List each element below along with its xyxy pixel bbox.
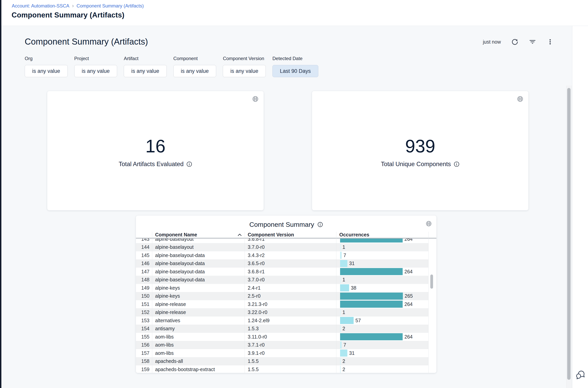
filter-group: Artifact is any value <box>124 56 167 77</box>
kebab-menu-icon[interactable] <box>546 38 554 46</box>
component-name-cell: alpine-release <box>152 301 245 307</box>
component-name-cell: alpine-keys <box>152 285 245 291</box>
filter-group: Org is any value <box>25 56 68 77</box>
dashboard-toolbar: just now <box>483 38 554 46</box>
filter-value-button[interactable]: is any value <box>74 65 117 77</box>
occurrence-value: 264 <box>404 334 413 340</box>
chat-support-icon[interactable] <box>574 369 587 381</box>
tile-label: Total Unique Components <box>312 161 528 168</box>
dashboard-scrollbar-thumb[interactable] <box>567 88 570 380</box>
filter-label: Project <box>74 56 117 61</box>
component-version-cell: 3.7.1-r0 <box>245 342 336 348</box>
table-row[interactable]: 157 aom-libs 3.9.1-r0 31 <box>136 349 428 357</box>
occurrence-value: 2 <box>343 358 345 364</box>
column-header-component-name[interactable]: Component Name <box>152 232 245 238</box>
globe-icon[interactable] <box>425 220 432 227</box>
occurrence-value: 1 <box>343 244 345 250</box>
occurrences-cell: 7 <box>336 251 428 260</box>
table-row[interactable]: 143 alpine-baselayout 3.6.8-r1 264 <box>136 239 428 243</box>
occurrences-cell: 264 <box>336 239 428 243</box>
occurrences-cell: 1 <box>336 308 428 316</box>
info-icon[interactable] <box>317 222 323 227</box>
occurrences-cell: 265 <box>336 292 428 300</box>
table-row[interactable]: 154 antisamy 1.5.3 2 <box>136 325 428 333</box>
occurrence-value: 31 <box>349 350 355 356</box>
column-header-occurrences[interactable]: Occurrences <box>336 232 428 238</box>
table-scrollbar-thumb[interactable] <box>430 274 433 289</box>
occurrence-bar <box>340 260 347 267</box>
occurrence-bar <box>340 292 403 300</box>
tile-label-text: Total Artifacts Evaluated <box>119 161 184 168</box>
occurrences-cell: 2 <box>336 325 428 333</box>
filter-group: Component Version is any value <box>223 56 266 77</box>
row-number-cell: 145 <box>136 252 152 258</box>
filter-value-button[interactable]: is any value <box>25 65 68 77</box>
breadcrumb-current-link[interactable]: Component Summary (Artifacts) <box>76 3 144 9</box>
filter-icon[interactable] <box>529 38 536 46</box>
occurrences-cell: 1 <box>336 243 428 251</box>
filter-value-button[interactable]: Last 90 Days <box>272 65 318 77</box>
component-name-cell: alpine-baselayout-data <box>152 277 245 283</box>
component-version-cell: 1.24-2.el9 <box>245 318 336 323</box>
column-header-component-version[interactable]: Component Version <box>245 232 336 238</box>
table-row[interactable]: 152 alpine-release 3.22.0-r0 1 <box>136 308 428 316</box>
occurrence-value: 264 <box>404 239 413 242</box>
occurrence-bar <box>340 341 342 349</box>
component-name-cell: aom-libs <box>152 342 245 348</box>
page-header: Account: Automation-SSCA › Component Sum… <box>1 0 588 26</box>
occurrence-value: 264 <box>404 269 413 274</box>
component-summary-table-card: Component Summary Component Name <box>136 216 436 373</box>
occurrence-bar <box>340 317 354 324</box>
table-row[interactable]: 155 aom-libs 3.11.0-r0 264 <box>136 333 428 341</box>
breadcrumb-account-link[interactable]: Account: Automation-SSCA <box>12 3 69 9</box>
occurrence-value: 264 <box>404 301 413 307</box>
component-name-cell: alternatives <box>152 318 245 323</box>
filter-label: Artifact <box>124 56 167 61</box>
occurrence-bar <box>340 309 341 316</box>
occurrence-bar <box>340 366 341 373</box>
occurrence-value: 31 <box>349 261 355 266</box>
row-number-cell: 143 <box>136 239 152 242</box>
occurrences-cell: 7 <box>336 341 428 349</box>
collapsed-nav-sidebar-edge <box>0 0 1 388</box>
row-number-cell: 144 <box>136 244 152 250</box>
table-row[interactable]: 146 alpine-baselayout-data 3.6.5-r0 31 <box>136 259 428 268</box>
occurrence-value: 7 <box>343 342 346 348</box>
filter-value-button[interactable]: is any value <box>173 65 216 77</box>
filter-value-button[interactable]: is any value <box>124 65 167 77</box>
column-divider <box>336 232 336 373</box>
chevron-right-icon: › <box>72 3 74 9</box>
filter-value-button[interactable]: is any value <box>223 65 266 77</box>
filter-group: Project is any value <box>74 56 117 77</box>
table-row[interactable]: 148 alpine-baselayout-data 3.7.0-r0 1 <box>136 276 428 284</box>
column-divider <box>152 232 152 373</box>
occurrence-bar <box>340 284 349 291</box>
tile-label: Total Artifacts Evaluated <box>47 161 264 168</box>
info-icon[interactable] <box>454 161 459 167</box>
table-row[interactable]: 144 alpine-baselayout 3.7.0-r0 1 <box>136 243 428 251</box>
component-version-cell: 1.5.3 <box>245 326 336 331</box>
table-row[interactable]: 145 alpine-baselayout-data 3.4.3-r2 7 <box>136 251 428 260</box>
component-name-cell: apacheds-bootstrap-extract <box>152 367 245 372</box>
refresh-icon[interactable] <box>511 38 519 46</box>
table-row[interactable]: 158 apacheds-all 1.5.5 2 <box>136 357 428 365</box>
table-row[interactable]: 153 alternatives 1.24-2.el9 57 <box>136 316 428 325</box>
table-row[interactable]: 147 alpine-baselayout-data 3.6.8-r1 264 <box>136 268 428 276</box>
table-row[interactable]: 150 alpine-keys 2.5-r0 265 <box>136 292 428 300</box>
table-row[interactable]: 149 alpine-keys 2.4-r1 38 <box>136 284 428 292</box>
filter-bar: Org is any value Project is any value Ar… <box>25 56 318 77</box>
table-row[interactable]: 159 apacheds-bootstrap-extract 1.5.5 2 <box>136 365 428 373</box>
row-number-cell: 158 <box>136 358 152 364</box>
info-icon[interactable] <box>186 161 192 167</box>
component-version-cell: 1.5.5 <box>245 367 336 372</box>
sort-ascending-icon <box>238 233 242 236</box>
table-row[interactable]: 156 aom-libs 3.7.1-r0 7 <box>136 341 428 349</box>
tile-total-artifacts: 16 Total Artifacts Evaluated <box>47 91 264 210</box>
table-row[interactable]: 151 alpine-release 3.21.3-r0 264 <box>136 300 428 309</box>
occurrence-value: 7 <box>343 252 346 258</box>
occurrences-cell: 264 <box>336 268 428 276</box>
occurrence-bar <box>340 325 341 332</box>
globe-icon[interactable] <box>517 96 524 102</box>
row-number-cell: 153 <box>136 318 152 323</box>
globe-icon[interactable] <box>252 96 259 102</box>
